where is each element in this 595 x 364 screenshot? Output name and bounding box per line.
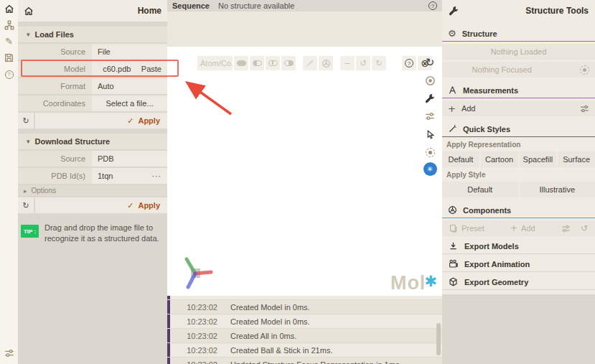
panel-home-icon[interactable] xyxy=(24,6,34,16)
components-history-icon[interactable]: ↺ xyxy=(581,223,588,233)
controls-wrench-icon[interactable] xyxy=(422,90,438,106)
load-files-section-header[interactable]: ▾ Load Files xyxy=(18,27,167,42)
preset-icon xyxy=(449,224,458,233)
state-tree-icon[interactable] xyxy=(0,17,18,33)
measurements-section-header[interactable]: Measurements xyxy=(442,83,595,98)
focus-target-icon[interactable] xyxy=(580,65,589,75)
component-wheel-icon[interactable] xyxy=(319,56,333,70)
preset-button[interactable]: Preset xyxy=(462,224,484,233)
left-panel-header: Home xyxy=(18,0,167,22)
redo-icon[interactable]: ↻ xyxy=(372,56,386,70)
structure-section-header[interactable]: ⚙ Structure xyxy=(442,26,595,42)
representation-buttons: Default Cartoon Spacefill Surface xyxy=(442,151,595,167)
granularity-select[interactable]: Atom/Co... xyxy=(197,56,233,70)
format-select[interactable]: Auto xyxy=(92,78,167,94)
plus-icon: + xyxy=(448,103,456,114)
brush-select-icon[interactable] xyxy=(303,56,317,70)
components-section-header[interactable]: Components xyxy=(442,202,595,218)
quick-styles-section-header[interactable]: Quick Styles xyxy=(442,121,595,137)
log-time: 10:23:02 xyxy=(170,346,217,355)
components-options-icon[interactable] xyxy=(561,224,571,233)
tip-badge: TIP : xyxy=(21,225,39,238)
log-time: 10:23:02 xyxy=(170,332,217,340)
pdb-id-label: PDB Id(s) xyxy=(18,168,92,184)
home-icon[interactable] xyxy=(0,0,18,17)
toolbar-help-icon[interactable]: ? xyxy=(402,56,416,70)
download-apply-button[interactable]: ✓ Apply xyxy=(35,197,167,213)
model-file-button[interactable]: c60.pdb Paste xyxy=(92,61,167,77)
apply-representation-label: Apply Representation xyxy=(442,139,595,150)
format-row: Format Auto xyxy=(18,78,167,94)
components-toolbar: Preset + Add ↺ xyxy=(442,220,595,236)
help-icon[interactable]: ? xyxy=(0,66,18,83)
model-row: Model c60.pdb Paste xyxy=(18,61,167,77)
info-button[interactable]: ✳ xyxy=(423,162,437,176)
coordinates-file-button[interactable]: Select a file... xyxy=(92,95,167,111)
more-options-icon[interactable]: ··· xyxy=(152,172,162,181)
pdb-id-input[interactable]: 1tqn ··· xyxy=(92,168,167,184)
style-illustrative-button[interactable]: Illustrative xyxy=(520,182,595,197)
export-animation-row[interactable]: Export Animation xyxy=(442,256,595,272)
pdb-id-row: PDB Id(s) 1tqn ··· xyxy=(18,168,167,184)
left-icon-rail: ✎ ? xyxy=(0,0,18,364)
log-row-partial xyxy=(167,296,442,299)
source-select[interactable]: File xyxy=(92,44,167,60)
save-state-icon[interactable] xyxy=(0,50,18,66)
granularity-entity-icon[interactable] xyxy=(281,56,296,70)
canvas-3d[interactable]: Atom/Co... − ↺ ↻ ? ⊗ xyxy=(167,47,442,296)
undo-icon[interactable]: ↺ xyxy=(356,56,370,70)
reset-camera-icon[interactable]: ↻ xyxy=(422,55,438,70)
movie-icon xyxy=(449,259,458,269)
rep-default-button[interactable]: Default xyxy=(442,151,479,167)
nothing-loaded-row: Nothing Loaded xyxy=(442,44,595,60)
sequence-help-icon[interactable]: ? xyxy=(428,1,437,10)
load-files-apply-button[interactable]: ✓ Apply xyxy=(35,113,167,129)
pdb-source-select[interactable]: PDB xyxy=(92,151,167,167)
edit-icon[interactable]: ✎ xyxy=(0,33,18,50)
magic-wand-icon xyxy=(448,124,457,134)
molstar-app: ✎ ? Home ▾ Load Files Source File xyxy=(0,0,595,364)
settings-sliders-icon[interactable] xyxy=(0,345,18,361)
selection-cursor-icon[interactable] xyxy=(422,126,438,142)
log-message: Created All in 0ms. xyxy=(230,332,296,340)
granularity-residue-icon[interactable] xyxy=(250,56,264,70)
log-scrollbar[interactable] xyxy=(436,323,441,355)
components-add-button[interactable]: + Add xyxy=(510,223,535,233)
granularity-chain-icon[interactable] xyxy=(266,56,280,70)
export-geometry-row[interactable]: Export Geometry xyxy=(442,274,595,290)
log-row: 10:23:02 Created Ball & Stick in 21ms. xyxy=(167,343,442,357)
subtract-selection-icon[interactable]: − xyxy=(340,56,355,70)
viewport-settings-icon[interactable] xyxy=(422,108,438,124)
axes-gizmo[interactable] xyxy=(179,254,215,290)
options-expander[interactable]: ▸ Options xyxy=(18,185,167,196)
load-files-title: Load Files xyxy=(35,30,74,39)
reset-icon[interactable]: ↻ xyxy=(18,113,34,129)
style-buttons: Default Illustrative xyxy=(442,182,595,197)
log-time: 10:23:02 xyxy=(170,317,217,326)
focus-settings-icon[interactable] xyxy=(422,144,438,160)
measurements-add-button[interactable]: + Add xyxy=(442,101,595,116)
model-file-name: c60.pdb xyxy=(103,65,131,73)
download-apply-row: ↻ ✓ Apply xyxy=(18,197,167,213)
reset-icon[interactable]: ↻ xyxy=(18,197,34,213)
selection-toolbar: Atom/Co... − ↺ ↻ ? ⊗ xyxy=(197,56,432,70)
rep-cartoon-button[interactable]: Cartoon xyxy=(481,151,518,167)
measurements-options-icon[interactable] xyxy=(580,104,589,113)
structure-tools-header: Structure Tools xyxy=(442,0,595,21)
rep-surface-button[interactable]: Surface xyxy=(558,151,595,167)
style-default-button[interactable]: Default xyxy=(442,182,518,197)
log-row: 10:23:02 Created Model in 0ms. xyxy=(167,300,442,314)
rep-spacefill-button[interactable]: Spacefill xyxy=(520,151,557,167)
structure-tools-title: Structure Tools xyxy=(525,6,589,16)
paste-button[interactable]: Paste xyxy=(141,65,161,73)
format-label: Format xyxy=(18,78,92,94)
check-icon: ✓ xyxy=(127,201,133,210)
log-row: 10:23:02 Created All in 0ms. xyxy=(167,329,442,342)
download-structure-section-header[interactable]: ▾ Download Structure xyxy=(18,134,167,149)
structure-tools-panel: Structure Tools ⚙ Structure Nothing Load… xyxy=(442,0,595,364)
granularity-atom-icon[interactable] xyxy=(234,56,248,70)
export-models-row[interactable]: Export Models xyxy=(442,238,595,254)
screenshot-icon[interactable] xyxy=(422,73,438,88)
model-label: Model xyxy=(18,61,92,77)
structure-gear-icon: ⚙ xyxy=(448,28,456,39)
